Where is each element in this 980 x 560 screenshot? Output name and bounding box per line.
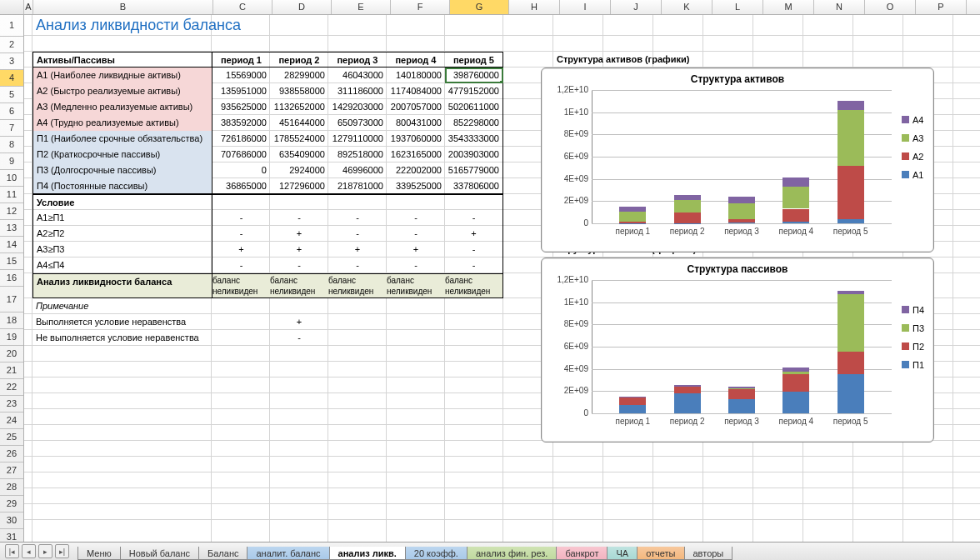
col-header-H[interactable]: H (509, 0, 560, 14)
chart1-hdr: Структура активов (графики) (553, 52, 803, 68)
row-header-19[interactable]: 19 (0, 329, 23, 346)
bar-П4-3 (782, 368, 809, 372)
liab-val-1-3: 1623165000 (387, 147, 445, 162)
asset-val-0-3: 140180000 (387, 68, 445, 83)
col-header-P[interactable]: P (916, 0, 967, 14)
row-header-17[interactable]: 17 (0, 287, 23, 312)
row-header-26[interactable]: 26 (0, 446, 23, 462)
worksheet: ABCDEFGHIJKLMNOP 12345678910111213141516… (0, 0, 980, 542)
sheet-tab-4[interactable]: анализ ликв. (329, 547, 406, 560)
cond-val-1-2: - (328, 226, 387, 242)
cond-val-2-3: + (387, 242, 445, 258)
cond-val-0-0: - (212, 210, 270, 226)
asset-val-2-0: 935625000 (212, 99, 270, 115)
bar-П2-0 (619, 398, 646, 405)
row-header-20[interactable]: 20 (0, 346, 23, 362)
row-header-11[interactable]: 11 (0, 187, 23, 203)
cond-name-1: А2≥П2 (32, 226, 212, 242)
select-all-corner[interactable] (0, 0, 24, 14)
bar-П3-2 (728, 388, 755, 389)
sheet-tab-0[interactable]: Меню (78, 547, 121, 560)
liab-name-2: П3 (Долгосрочные пассивы) (32, 162, 212, 178)
row-header-21[interactable]: 21 (0, 362, 23, 379)
cond-val-1-4: + (445, 226, 503, 242)
tab-last-icon[interactable]: ▸| (55, 544, 69, 558)
liab-name-1: П2 (Краткосрочные пассивы) (32, 147, 212, 162)
liab-name-3: П4 (Постоянные пассивы) (32, 178, 212, 194)
col-header-M[interactable]: M (763, 0, 814, 14)
sheet-tab-1[interactable]: Новый баланс (120, 547, 199, 560)
col-header-I[interactable]: I (560, 0, 611, 14)
chart-liabilities[interactable]: Структура пассивов02E+094E+096E+098E+091… (541, 258, 934, 442)
asset-val-0-2: 46043000 (328, 68, 387, 83)
row-header-8[interactable]: 8 (0, 137, 23, 153)
bar-П3-3 (782, 372, 809, 374)
tab-next-icon[interactable]: ▸ (38, 544, 52, 558)
row-header-29[interactable]: 29 (0, 496, 23, 512)
row-header-23[interactable]: 23 (0, 396, 23, 412)
row-header-15[interactable]: 15 (0, 253, 23, 270)
col-header-L[interactable]: L (712, 0, 763, 14)
asset-name-2: А3 (Медленно реализуемые активы) (32, 99, 212, 115)
liab-val-0-1: 1785524000 (270, 131, 328, 147)
ytick: 8E+09 (564, 319, 588, 328)
tab-prev-icon[interactable]: ◂ (22, 544, 36, 558)
col-header-D[interactable]: D (272, 0, 332, 14)
row-header-27[interactable]: 27 (0, 462, 23, 479)
row-header-1[interactable]: 1 (0, 15, 23, 37)
row-header-12[interactable]: 12 (0, 203, 23, 220)
row-header-30[interactable]: 30 (0, 512, 23, 529)
hdr-period-4: период 4 (387, 52, 445, 68)
sheet-tab-7[interactable]: банкрот (556, 547, 608, 560)
row-header-24[interactable]: 24 (0, 412, 23, 429)
hdr-period-1: период 1 (212, 52, 270, 68)
col-header-K[interactable]: K (662, 0, 712, 14)
sheet-tab-3[interactable]: аналит. баланс (247, 547, 329, 560)
tab-first-icon[interactable]: |◂ (5, 544, 19, 558)
row-header-18[interactable]: 18 (0, 312, 23, 329)
row-header-10[interactable]: 10 (0, 170, 23, 187)
col-header-F[interactable]: F (391, 0, 450, 14)
note-val-0: + (270, 314, 328, 330)
row-header-14[interactable]: 14 (0, 237, 23, 253)
col-header-J[interactable]: J (611, 0, 662, 14)
sheet-tab-5[interactable]: 20 коэфф. (405, 547, 468, 560)
sheet-tab-10[interactable]: авторы (684, 547, 733, 560)
row-header-9[interactable]: 9 (0, 153, 23, 170)
ytick: 4E+09 (564, 174, 588, 183)
col-header-C[interactable]: C (213, 0, 272, 14)
row-header-7[interactable]: 7 (0, 120, 23, 137)
sheet-tab-2[interactable]: Баланс (198, 547, 248, 560)
chart-assets[interactable]: Структура активов02E+094E+096E+098E+091E… (541, 68, 934, 252)
asset-val-0-4: 398760000 (445, 68, 503, 83)
liab-val-2-1: 2924000 (270, 162, 328, 178)
cond-name-3: А4≤П4 (32, 258, 212, 273)
sheet-tab-6[interactable]: анализ фин. рез. (467, 547, 557, 560)
cell-grid[interactable]: Анализ ликвидности балансаАктивы/Пассивы… (24, 15, 980, 543)
row-header-2[interactable]: 2 (0, 37, 23, 53)
row-header-5[interactable]: 5 (0, 87, 23, 103)
legend-А3: А3 (902, 133, 923, 143)
row-header-22[interactable]: 22 (0, 379, 23, 396)
xtick: период 4 (775, 227, 817, 236)
col-header-B[interactable]: B (33, 0, 213, 14)
row-header-16[interactable]: 16 (0, 270, 23, 287)
sheet-tab-9[interactable]: отчеты (637, 547, 684, 560)
cond-val-3-1: - (270, 258, 328, 273)
ytick: 1,2E+10 (557, 275, 588, 284)
row-header-28[interactable]: 28 (0, 479, 23, 496)
row-header-4[interactable]: 4 (0, 70, 23, 87)
bar-П4-1 (674, 385, 701, 387)
col-header-A[interactable]: A (24, 0, 33, 14)
bar-П2-3 (782, 374, 809, 392)
col-header-N[interactable]: N (814, 0, 865, 14)
col-header-G[interactable]: G (450, 0, 509, 14)
analysis-val-3: баланс неликвиден (387, 273, 445, 298)
sheet-tab-8[interactable]: ЧА (607, 547, 638, 560)
row-header-3[interactable]: 3 (0, 53, 23, 70)
row-header-25[interactable]: 25 (0, 429, 23, 446)
row-header-6[interactable]: 6 (0, 103, 23, 120)
row-header-13[interactable]: 13 (0, 220, 23, 237)
col-header-O[interactable]: O (865, 0, 916, 14)
col-header-E[interactable]: E (332, 0, 391, 14)
